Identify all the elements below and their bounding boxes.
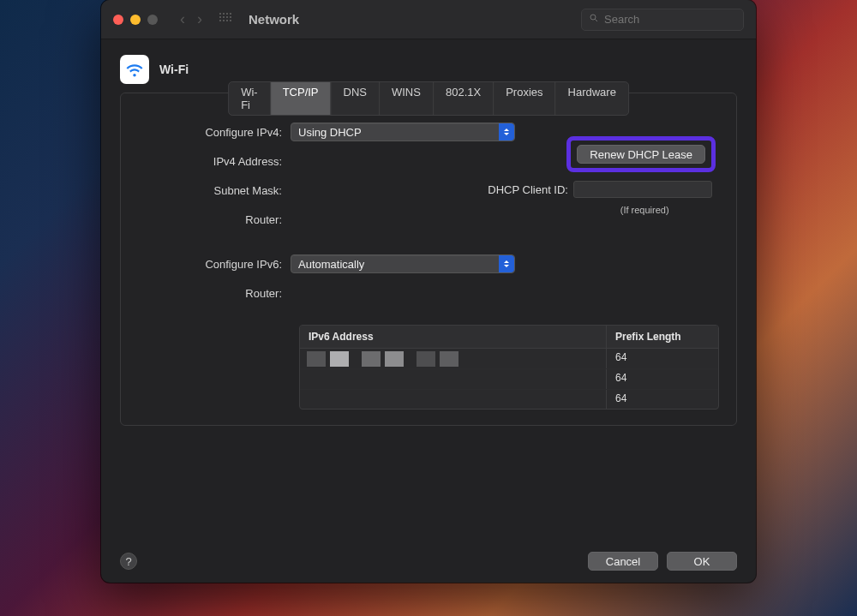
tab-tcpip[interactable]: TCP/IP: [271, 82, 332, 115]
configure-ipv6-select[interactable]: Automatically: [291, 254, 515, 273]
dhcp-client-id-label: DHCP Client ID:: [488, 183, 568, 196]
tab-dns[interactable]: DNS: [332, 82, 380, 115]
tab-hardware[interactable]: Hardware: [556, 82, 628, 115]
configure-ipv4-value: Using DHCP: [298, 126, 362, 139]
svg-point-0: [590, 15, 596, 20]
select-arrows-icon: [499, 255, 514, 272]
table-row[interactable]: 64: [300, 369, 718, 390]
table-header-prefix[interactable]: Prefix Length: [607, 326, 718, 348]
ipv4-router-label: Router:: [145, 213, 291, 226]
titlebar: ‹ › Network: [101, 0, 756, 39]
nav-buttons: ‹ ›: [175, 9, 207, 30]
window-controls: [113, 15, 158, 25]
help-button[interactable]: ?: [120, 553, 137, 570]
zoom-window-button[interactable]: [147, 15, 158, 25]
table-row[interactable]: 64: [300, 349, 718, 369]
renew-dhcp-lease-button[interactable]: Renew DHCP Lease: [577, 145, 705, 164]
prefix-length-cell: 64: [607, 349, 718, 368]
configure-ipv4-label: Configure IPv4:: [145, 126, 291, 139]
close-window-button[interactable]: [113, 15, 123, 25]
back-button[interactable]: ‹: [175, 9, 190, 30]
search-field[interactable]: [581, 9, 744, 31]
prefix-length-cell: 64: [607, 390, 718, 409]
settings-tabs: Wi-FiTCP/IPDNSWINS802.1XProxiesHardware: [228, 81, 629, 116]
content-area: Wi-Fi Wi-FiTCP/IPDNSWINS802.1XProxiesHar…: [101, 39, 756, 583]
if-required-hint: (If required): [577, 205, 712, 215]
wifi-icon: [120, 55, 149, 84]
cancel-button[interactable]: Cancel: [588, 552, 658, 571]
subnet-mask-label: Subnet Mask:: [145, 184, 291, 197]
select-arrows-icon: [499, 123, 514, 141]
show-all-icon[interactable]: [219, 13, 233, 27]
window-title: Network: [249, 12, 299, 27]
ipv6-address-table: IPv6 Address Prefix Length 64 64: [299, 325, 719, 410]
tab-wifi[interactable]: Wi-Fi: [229, 82, 271, 115]
configure-ipv6-label: Configure IPv6:: [145, 258, 291, 271]
search-icon: [589, 13, 599, 26]
tab-proxies[interactable]: Proxies: [494, 82, 555, 115]
ipv4-address-label: IPv4 Address:: [145, 155, 291, 168]
dhcp-side-panel: Renew DHCP Lease DHCP Client ID: (If req…: [577, 145, 712, 215]
table-row[interactable]: 64: [300, 390, 718, 409]
ok-button[interactable]: OK: [667, 552, 737, 571]
ipv6-router-label: Router:: [145, 287, 291, 300]
configure-ipv4-select[interactable]: Using DHCP: [291, 123, 515, 141]
network-preferences-window: ‹ › Network Wi-Fi Wi-FiTCP/IPDNSWINS802: [101, 0, 756, 583]
forward-button[interactable]: ›: [192, 9, 207, 30]
interface-name: Wi-Fi: [159, 63, 189, 76]
ipv6-table-body: 64 64 64: [300, 349, 718, 409]
tab-8021x[interactable]: 802.1X: [434, 82, 494, 115]
svg-line-1: [595, 19, 597, 21]
dhcp-client-id-input[interactable]: [573, 181, 712, 198]
dialog-footer: ? Cancel OK: [120, 552, 737, 571]
prefix-length-cell: 64: [607, 369, 718, 389]
search-input[interactable]: [604, 13, 736, 26]
minimize-window-button[interactable]: [130, 15, 141, 25]
tab-wins[interactable]: WINS: [380, 82, 434, 115]
interface-header: Wi-Fi: [120, 55, 737, 84]
table-header-address[interactable]: IPv6 Address: [300, 326, 607, 348]
configure-ipv6-value: Automatically: [298, 258, 364, 271]
tcpip-panel: Configure IPv4: Using DHCP IPv4 Address:: [120, 93, 737, 426]
